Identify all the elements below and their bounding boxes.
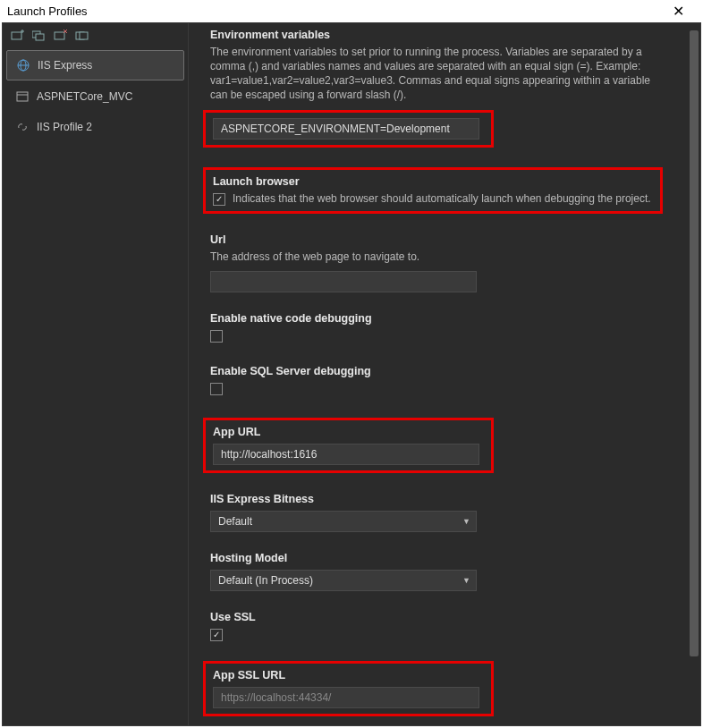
native-debug-section: Enable native code debugging [210, 312, 679, 345]
env-vars-input[interactable] [213, 118, 479, 140]
url-label: Url [210, 233, 679, 246]
bitness-section: IIS Express Bitness Default ▼ [210, 493, 679, 532]
env-vars-label: Environment variables [210, 29, 679, 41]
url-desc: The address of the web page to navigate … [210, 250, 657, 264]
profile-item-aspnetcore-mvc[interactable]: ASPNETCore_MVC [6, 82, 184, 111]
close-icon[interactable]: ✕ [660, 3, 696, 20]
bitness-label: IIS Express Bitness [210, 493, 679, 505]
highlight-env-vars [203, 110, 494, 148]
iis-globe-icon [16, 58, 30, 72]
env-vars-desc: The environment variables to set prior t… [210, 45, 657, 103]
profile-label: IIS Express [38, 59, 92, 72]
chevron-down-icon: ▼ [462, 576, 470, 585]
launch-browser-label: Launch browser [213, 175, 653, 188]
profile-item-iis-express[interactable]: IIS Express [6, 50, 184, 80]
rename-profile-icon[interactable] [53, 29, 69, 43]
launch-browser-desc: Indicates that the web browser should au… [233, 191, 651, 206]
url-section: Url The address of the web page to navig… [210, 233, 679, 292]
profile-list: IIS Express ASPNETCore_MVC IIS Profile 2 [3, 47, 188, 145]
ssl-url-input[interactable] [213, 687, 479, 708]
titlebar: Launch Profiles ✕ [0, 0, 703, 22]
sql-debug-section: Enable SQL Server debugging [210, 365, 679, 398]
duplicate-profile-icon[interactable] [31, 29, 47, 43]
hosting-model-section: Hosting Model Default (In Process) ▼ [210, 552, 679, 591]
highlight-launch-browser: Launch browser Indicates that the web br… [203, 167, 663, 214]
dialog-body: IIS Express ASPNETCore_MVC IIS Profile 2 [2, 22, 701, 726]
ssl-url-label: App SSL URL [213, 669, 484, 681]
app-url-label: App URL [213, 426, 484, 438]
new-profile-icon[interactable] [10, 29, 26, 43]
svg-rect-4 [36, 34, 44, 40]
use-ssl-label: Use SSL [210, 611, 679, 623]
env-vars-section: Environment variables The environment va… [210, 29, 679, 148]
highlight-app-url: App URL [203, 418, 494, 473]
profile-toolbar [3, 23, 188, 47]
svg-rect-0 [12, 32, 21, 39]
profile-label: IIS Profile 2 [37, 121, 92, 133]
native-debug-label: Enable native code debugging [210, 312, 679, 325]
hosting-model-label: Hosting Model [210, 552, 679, 564]
bitness-select[interactable]: Default ▼ [210, 511, 477, 532]
url-input[interactable] [210, 271, 477, 292]
bitness-value: Default [218, 515, 252, 528]
svg-rect-13 [17, 92, 28, 101]
iis-link-icon [15, 120, 30, 134]
launch-profiles-dialog: Launch Profiles ✕ [0, 0, 703, 728]
native-debug-checkbox[interactable] [210, 330, 223, 343]
svg-rect-9 [80, 32, 88, 39]
chevron-down-icon: ▼ [462, 517, 470, 526]
use-ssl-section: Use SSL [210, 611, 679, 641]
hosting-model-value: Default (In Process) [218, 574, 313, 587]
sql-debug-label: Enable SQL Server debugging [210, 365, 679, 377]
sql-debug-checkbox[interactable] [210, 383, 223, 395]
scrollbar-thumb[interactable] [690, 30, 699, 656]
svg-rect-5 [55, 32, 64, 39]
use-ssl-checkbox[interactable] [210, 629, 223, 641]
profile-item-iis-profile-2[interactable]: IIS Profile 2 [6, 113, 184, 141]
delete-profile-icon[interactable] [74, 29, 90, 43]
launch-browser-checkbox[interactable] [213, 193, 225, 206]
highlight-ssl-url: App SSL URL [203, 661, 494, 716]
profile-label: ASPNETCore_MVC [37, 90, 132, 103]
sidebar: IIS Express ASPNETCore_MVC IIS Profile 2 [3, 23, 189, 725]
scrollbar-track[interactable] [690, 27, 699, 722]
project-icon [15, 89, 30, 104]
settings-panel: Environment variables The environment va… [189, 23, 700, 725]
app-url-input[interactable] [213, 444, 479, 465]
hosting-model-select[interactable]: Default (In Process) ▼ [210, 570, 477, 591]
window-title: Launch Profiles [7, 4, 88, 18]
